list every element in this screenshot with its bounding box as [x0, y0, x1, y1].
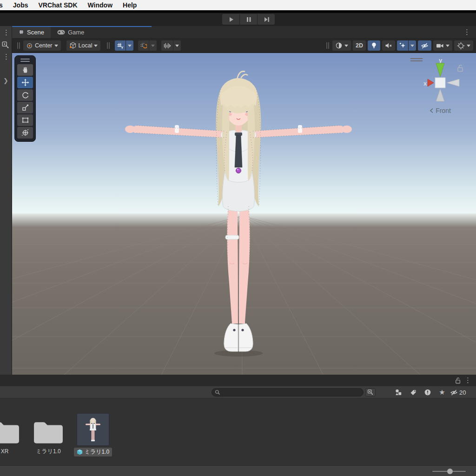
- shaded-sphere-icon: [335, 42, 343, 49]
- asset-grid[interactable]: XR ミラリ1.0: [0, 398, 476, 469]
- tab-game-label: Game: [68, 29, 84, 36]
- favorites-button[interactable]: ★: [436, 388, 449, 397]
- eye-slash-icon: [421, 42, 429, 49]
- gizmo-x-label: x: [423, 80, 427, 87]
- rotation-mode-dropdown[interactable]: Local: [66, 40, 101, 51]
- filter-by-type-button[interactable]: [392, 388, 405, 397]
- menu-item-jobs[interactable]: Jobs: [13, 1, 28, 9]
- grid-snap-dropdown[interactable]: [126, 40, 133, 51]
- project-toolbar: ★ 20: [0, 386, 476, 398]
- chevron-right-icon[interactable]: ❯: [3, 77, 8, 84]
- toolbar-drag-handle[interactable]: [326, 42, 329, 49]
- hidden-packages-toggle[interactable]: 20: [450, 388, 471, 397]
- prefab-avatar-preview: [85, 416, 101, 443]
- chevron-down-icon: [54, 45, 58, 47]
- gizmo-center-cube[interactable]: [435, 78, 445, 88]
- editor-main-area: ⋮ ⋮ ❯ Scene Game ⋮: [0, 26, 476, 375]
- scene-lighting-toggle[interactable]: [368, 40, 380, 51]
- asset-folder-xr[interactable]: XR: [0, 412, 22, 455]
- gizmo-x-axis-cone[interactable]: [428, 79, 434, 86]
- shading-mode-dropdown[interactable]: [332, 40, 351, 51]
- transform-tool-button[interactable]: [17, 127, 33, 139]
- project-lock-open-icon[interactable]: [455, 377, 461, 384]
- menu-item-truncated[interactable]: s: [0, 1, 3, 9]
- play-button[interactable]: [222, 14, 239, 25]
- increment-snap-toggle[interactable]: [138, 40, 149, 51]
- chevron-down-icon: [151, 45, 155, 47]
- prefab-thumbnail: [77, 413, 109, 446]
- palette-drag-handle[interactable]: [20, 59, 30, 62]
- scene-effects-dropdown[interactable]: [409, 40, 416, 51]
- pivot-mode-label: Center: [35, 42, 53, 49]
- thumbnail-size-slider[interactable]: [432, 471, 466, 472]
- folder-icon: [0, 420, 20, 446]
- chevron-down-icon: [94, 45, 98, 47]
- scene-camera-menu-handle[interactable]: [410, 58, 423, 63]
- search-icon: [215, 390, 220, 395]
- rotate-tool-button[interactable]: [17, 89, 33, 101]
- gizmo-negy-axis-cone[interactable]: [436, 89, 444, 101]
- menu-item-vrchat-sdk[interactable]: VRChat SDK: [38, 1, 77, 9]
- tab-scene-label: Scene: [27, 29, 44, 36]
- menu-bar: s Jobs VRChat SDK Window Help: [0, 0, 476, 10]
- move-tool-button[interactable]: [17, 77, 33, 88]
- grid-snap-toggle[interactable]: Y: [115, 40, 126, 51]
- local-cube-icon: [69, 42, 77, 49]
- toolbar-drag-handle[interactable]: [107, 42, 110, 49]
- snap-settings-button[interactable]: [161, 40, 173, 51]
- step-button[interactable]: [258, 14, 275, 25]
- camera-icon: [436, 43, 444, 49]
- scene-audio-toggle[interactable]: [382, 40, 395, 51]
- avatar-right-hand: [342, 126, 352, 133]
- slider-knob[interactable]: [447, 469, 453, 474]
- pivot-mode-dropdown[interactable]: Center: [23, 40, 61, 51]
- gizmo-lock-open-icon[interactable]: [457, 64, 464, 72]
- pause-button[interactable]: [240, 14, 257, 25]
- chevron-left-icon: [430, 108, 434, 113]
- scene-visibility-toggle[interactable]: [418, 40, 431, 51]
- tag-icon: [410, 389, 417, 396]
- hand-tool-button[interactable]: [17, 64, 33, 76]
- increment-snap-dropdown[interactable]: [149, 40, 157, 51]
- audio-muted-icon: [385, 42, 392, 49]
- unity-editor-window: s Jobs VRChat SDK Window Help ⋮ ⋮: [0, 0, 476, 476]
- gizmo-view-label[interactable]: Front: [412, 107, 468, 114]
- scene-viewport[interactable]: y x Front: [12, 53, 476, 375]
- menu-item-window[interactable]: Window: [88, 1, 113, 9]
- gizmos-dropdown[interactable]: [454, 40, 473, 51]
- search-in-picker-button[interactable]: [365, 388, 376, 397]
- menu-item-help[interactable]: Help: [123, 1, 137, 9]
- scene-toolbar: Center Local Y: [12, 39, 476, 53]
- search-input[interactable]: [222, 389, 360, 396]
- tab-game[interactable]: Game: [51, 26, 91, 38]
- scene-effects-toggle[interactable]: [397, 40, 408, 51]
- scene-panel-menu-icon[interactable]: ⋮: [463, 28, 470, 35]
- avatar-shadow: [214, 350, 263, 357]
- rect-tool-button[interactable]: [17, 114, 33, 126]
- avatar-right-cuff: [298, 125, 302, 133]
- chevron-down-icon: [175, 45, 179, 47]
- asset-folder-mirari[interactable]: ミラリ1.0: [31, 412, 66, 455]
- project-search-field[interactable]: [212, 388, 364, 397]
- asset-prefab-mirari-selected[interactable]: ミラリ1.0: [73, 412, 112, 457]
- pause-icon: [245, 15, 253, 24]
- panel-menu-icon[interactable]: ⋮: [3, 53, 10, 60]
- project-status-bar: [0, 466, 476, 476]
- play-icon: [227, 15, 235, 24]
- package-warning-button[interactable]: [421, 388, 434, 397]
- scale-tool-button[interactable]: [17, 102, 33, 113]
- toolbar-drag-handle[interactable]: [17, 42, 20, 49]
- picker-icon[interactable]: [1, 41, 10, 51]
- picker-icon: [367, 389, 374, 396]
- snap-settings-icon: [163, 42, 171, 49]
- project-panel-menu-icon[interactable]: ⋮: [464, 377, 471, 383]
- project-panel: ⋮ ★ 20: [0, 375, 476, 476]
- 2d-toggle[interactable]: 2D: [353, 40, 366, 51]
- filter-by-label-button[interactable]: [407, 388, 420, 397]
- scene-camera-dropdown[interactable]: [433, 40, 452, 51]
- panel-menu-icon[interactable]: ⋮: [3, 29, 10, 36]
- gizmo-y-axis-cone[interactable]: [436, 63, 444, 77]
- snap-settings-dropdown[interactable]: [173, 40, 181, 51]
- gizmo-negx-axis-cone[interactable]: [447, 79, 459, 86]
- tab-scene[interactable]: Scene: [12, 26, 51, 38]
